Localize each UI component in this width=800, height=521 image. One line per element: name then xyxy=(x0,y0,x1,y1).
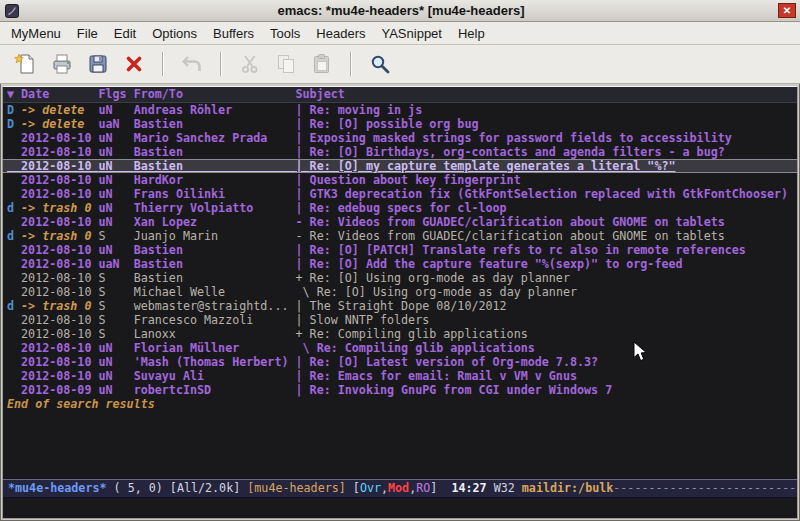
subject-cell: The Straight Dope 08/10/2012 xyxy=(310,299,507,313)
message-row[interactable]: 2012-08-10 S Michael Welle \ Re: [O] Usi… xyxy=(3,285,797,299)
from-cell: Mario Sanchez Prada xyxy=(134,131,296,145)
thread-cell: | xyxy=(296,243,310,257)
thread-cell: - xyxy=(296,229,310,243)
date-cell: 2012-08-10 xyxy=(21,215,98,229)
print-button[interactable] xyxy=(44,48,80,80)
thread-cell: | xyxy=(296,355,310,369)
date-cell: 2012-08-10 xyxy=(21,131,98,145)
copy-button[interactable] xyxy=(268,48,304,80)
thread-cell: - xyxy=(296,215,310,229)
message-row[interactable]: 2012-08-10 uN Bastien | Re: [O] my captu… xyxy=(3,159,797,173)
menu-headers[interactable]: Headers xyxy=(308,23,373,44)
subject-cell: Re: Videos from GUADEC/clarification abo… xyxy=(310,215,725,229)
close-button[interactable] xyxy=(116,48,152,80)
message-row[interactable]: d -> trash 0 uN Thierry Volpiatto | Re: … xyxy=(3,201,797,215)
from-cell: Xan Lopez xyxy=(134,215,296,229)
from-cell: Bastien xyxy=(134,145,296,159)
flags-cell: uN xyxy=(98,215,133,229)
message-row[interactable]: 2012-08-10 uaN Bastien | Re: [O] Add the… xyxy=(3,257,797,271)
message-row[interactable]: D -> delete uaN Bastien | Re: [O] possib… xyxy=(3,117,797,131)
flags-cell: uN xyxy=(98,383,133,397)
mark-cell xyxy=(7,285,21,299)
date-cell: -> trash 0 xyxy=(21,201,98,215)
thread-cell: | xyxy=(296,103,310,117)
undo-button[interactable] xyxy=(174,48,210,80)
search-button[interactable] xyxy=(362,48,398,80)
flags-cell: uN xyxy=(98,355,133,369)
date-cell: 2012-08-09 xyxy=(21,383,98,397)
message-row[interactable]: d -> trash 0 S webmaster@straightd... | … xyxy=(3,299,797,313)
from-cell: Florian Müllner xyxy=(134,341,296,355)
date-cell: 2012-08-10 xyxy=(21,271,98,285)
subject-cell: Re: Invoking GnuPG from CGI under Window… xyxy=(310,383,613,397)
date-cell: 2012-08-10 xyxy=(21,159,98,173)
from-cell: Bastien xyxy=(134,117,296,131)
from-cell: HardKor xyxy=(134,173,296,187)
mark-cell: D xyxy=(7,103,21,117)
subject-cell: Re: [O] Using org-mode as day planner xyxy=(317,285,577,299)
thread-cell: + xyxy=(296,271,310,285)
subject-cell: Re: moving in js xyxy=(310,103,423,117)
close-button[interactable]: ✕ xyxy=(778,3,796,18)
menu-yasnippet[interactable]: YASnippet xyxy=(373,23,449,44)
subject-cell: Question about key fingerprint xyxy=(310,173,521,187)
title-bar[interactable]: emacs: *mu4e-headers* [mu4e-headers] ✕ xyxy=(0,0,800,22)
thread-cell: | xyxy=(296,173,310,187)
mode-line[interactable]: *mu4e-headers* ( 5, 0) [All/2.0k] [mu4e-… xyxy=(3,479,797,498)
message-row[interactable]: D -> delete uN Andreas Röhler | Re: movi… xyxy=(3,103,797,117)
message-row[interactable]: 2012-08-10 uN Xan Lopez - Re: Videos fro… xyxy=(3,215,797,229)
menu-options[interactable]: Options xyxy=(144,23,205,44)
mark-cell: d xyxy=(7,229,21,243)
thread-cell: | xyxy=(296,117,310,131)
echo-area[interactable] xyxy=(3,498,797,518)
thread-cell: + xyxy=(296,327,310,341)
message-row[interactable]: 2012-08-10 uN Mario Sanchez Prada | Expo… xyxy=(3,131,797,145)
message-row[interactable]: 2012-08-10 uN Bastien | Re: [O] [PATCH] … xyxy=(3,243,797,257)
save-button[interactable] xyxy=(80,48,116,80)
menu-edit[interactable]: Edit xyxy=(106,23,144,44)
message-row[interactable]: 2012-08-10 S Francesco Mazzoli | Slow NN… xyxy=(3,313,797,327)
menu-help[interactable]: Help xyxy=(450,23,493,44)
new-file-button[interactable] xyxy=(8,48,44,80)
from-cell: Thierry Volpiatto xyxy=(134,201,296,215)
flags-cell: uN xyxy=(98,131,133,145)
modeline-ovr: Ovr xyxy=(360,481,381,495)
subject-cell: Re: [O] Birthdays, org-contacts and agen… xyxy=(310,145,725,159)
thread-cell: | xyxy=(296,313,310,327)
message-row[interactable]: 2012-08-10 S Bastien + Re: [O] Using org… xyxy=(3,271,797,285)
message-row[interactable]: 2012-08-10 uN Bastien | Re: [O] Birthday… xyxy=(3,145,797,159)
message-row[interactable]: 2012-08-10 uN Frans Oilinki | GTK3 depre… xyxy=(3,187,797,201)
message-row[interactable]: 2012-08-10 uN 'Mash (Thomas Herbert) | R… xyxy=(3,355,797,369)
flags-cell: uaN xyxy=(98,257,133,271)
menu-file[interactable]: File xyxy=(69,23,106,44)
date-cell: -> delete xyxy=(21,103,98,117)
thread-cell: | xyxy=(296,159,310,173)
from-cell: Bastien xyxy=(134,257,296,271)
mark-cell xyxy=(7,383,21,397)
message-row[interactable]: d -> trash 0 S Juanjo Marin - Re: Videos… xyxy=(3,229,797,243)
menu-tools[interactable]: Tools xyxy=(262,23,308,44)
message-row[interactable]: 2012-08-09 uN robertcInSD | Re: Invoking… xyxy=(3,383,797,397)
subject-cell: Slow NNTP folders xyxy=(310,313,430,327)
paste-button[interactable] xyxy=(304,48,340,80)
modeline-mode: [mu4e-headers] xyxy=(247,481,353,495)
modeline-dashes: ----------------------------------------… xyxy=(613,481,797,495)
flags-cell: uN xyxy=(98,341,133,355)
subject-cell: Re: Emacs for email: Rmail v VM v Gnus xyxy=(310,369,577,383)
thread-cell: | xyxy=(296,145,310,159)
thread-cell: | xyxy=(296,383,310,397)
menu-mymenu[interactable]: MyMenu xyxy=(3,23,69,44)
mark-cell: d xyxy=(7,299,21,313)
subject-cell: Re: [O] Using org-mode as day planner xyxy=(310,271,570,285)
message-row[interactable]: 2012-08-10 uN HardKor | Question about k… xyxy=(3,173,797,187)
cut-button[interactable] xyxy=(232,48,268,80)
header-line: ▼ Date Flgs From/To Subject xyxy=(3,87,797,103)
from-cell: Andreas Röhler xyxy=(134,103,296,117)
menu-buffers[interactable]: Buffers xyxy=(205,23,262,44)
message-row[interactable]: 2012-08-10 uN Florian Müllner \ Re: Comp… xyxy=(3,341,797,355)
thread-cell: | xyxy=(296,369,310,383)
message-row[interactable]: 2012-08-10 S Lanoxx + Re: Compiling glib… xyxy=(3,327,797,341)
date-cell: -> trash 0 xyxy=(21,229,98,243)
flags-cell: uN xyxy=(98,187,133,201)
message-row[interactable]: 2012-08-10 uN Suvayu Ali | Re: Emacs for… xyxy=(3,369,797,383)
